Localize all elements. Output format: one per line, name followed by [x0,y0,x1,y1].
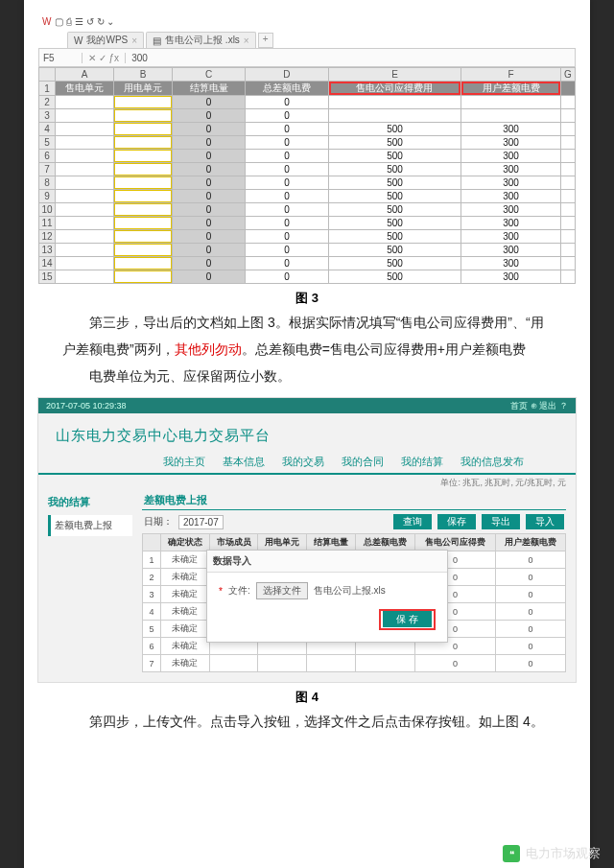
cell[interactable] [328,109,460,123]
cell[interactable]: 500 [328,163,460,176]
cell[interactable]: 0 [246,257,329,270]
cell[interactable] [561,217,576,230]
cell[interactable] [114,96,173,109]
cell[interactable] [561,270,576,284]
cell[interactable]: 500 [328,203,460,217]
cell[interactable] [561,96,576,109]
cell[interactable] [561,203,576,217]
nav-item[interactable]: 基本信息 [223,455,265,469]
cell[interactable]: 0 [246,136,329,150]
nav-item[interactable]: 我的主页 [163,455,205,469]
cell[interactable] [56,136,114,150]
close-icon[interactable]: × [131,35,137,46]
cell[interactable]: 0 [173,109,246,123]
cell[interactable] [561,176,576,190]
spreadsheet-grid[interactable]: ABCDEFG1售电单元用电单元结算电量总差额电费售电公司应得费用用户差额电费2… [38,67,576,284]
cell[interactable]: 500 [328,244,460,257]
row-number[interactable]: 6 [39,150,56,163]
dialog-save-button[interactable]: 保 存 [383,611,432,627]
cell[interactable] [561,136,576,150]
cell[interactable]: 0 [173,270,246,284]
cell[interactable] [56,190,114,203]
cell[interactable] [114,203,173,217]
cell[interactable]: 0 [246,109,329,123]
topbar-right[interactable]: 首页 ⊕ 退出 ？ [510,400,568,412]
cell[interactable]: 0 [173,190,246,203]
cell[interactable] [561,244,576,257]
row-number[interactable]: 5 [39,136,56,150]
cell[interactable]: 500 [328,123,460,136]
cell[interactable]: 300 [461,163,561,176]
cell[interactable]: 300 [461,257,561,270]
cell[interactable]: 300 [461,123,561,136]
col-letter[interactable]: E [328,68,460,82]
header-cell[interactable] [561,82,576,96]
col-letter[interactable]: A [56,68,114,82]
cell[interactable]: 0 [246,203,329,217]
cell[interactable]: 0 [173,244,246,257]
cell[interactable] [56,270,114,284]
nav-item[interactable]: 我的信息发布 [460,455,524,469]
cell[interactable] [56,217,114,230]
cell[interactable]: 0 [246,190,329,203]
cell[interactable]: 300 [461,190,561,203]
save-button[interactable]: 保存 [437,514,476,529]
row-number[interactable]: 7 [39,163,56,176]
header-cell[interactable]: 结算电量 [173,82,246,96]
nav-item[interactable]: 我的交易 [282,455,324,469]
cell[interactable] [56,109,114,123]
row-number[interactable]: 9 [39,190,56,203]
cell[interactable]: 500 [328,190,460,203]
row-number[interactable]: 11 [39,217,56,230]
cell[interactable]: 0 [246,217,329,230]
cell[interactable] [56,230,114,244]
header-cell[interactable]: 售电单元 [56,82,114,96]
cell[interactable] [561,257,576,270]
formula-value[interactable]: 300 [126,53,148,63]
nav-item[interactable]: 我的结算 [401,455,443,469]
import-button[interactable]: 导入 [526,514,564,529]
cell[interactable] [114,257,173,270]
cell[interactable] [114,230,173,244]
row-number[interactable]: 13 [39,244,56,257]
export-button[interactable]: 导出 [482,514,520,529]
cell[interactable] [114,150,173,163]
cell[interactable]: 0 [246,270,329,284]
cell[interactable]: 0 [246,123,329,136]
cell[interactable]: 500 [328,217,460,230]
col-letter[interactable]: D [246,68,329,82]
close-icon[interactable]: × [244,35,249,46]
col-letter[interactable]: C [173,68,246,82]
cell[interactable] [561,123,576,136]
cell[interactable] [114,109,173,123]
cell[interactable]: 500 [328,270,460,284]
cell[interactable]: 0 [246,244,329,257]
cell[interactable] [114,244,173,257]
cell[interactable]: 0 [173,203,246,217]
cell[interactable]: 0 [173,163,246,176]
header-cell[interactable]: 总差额电费 [246,82,329,96]
row-number[interactable]: 3 [39,109,56,123]
date-input[interactable]: 2017-07 [178,515,224,529]
header-cell[interactable]: 用户差额电费 [461,82,561,96]
header-cell[interactable]: 用电单元 [114,82,173,96]
cell[interactable]: 500 [328,136,460,150]
cell[interactable]: 500 [328,176,460,190]
cell[interactable] [561,109,576,123]
row-number[interactable]: 12 [39,230,56,244]
cell[interactable] [114,176,173,190]
cell[interactable]: 300 [461,230,561,244]
cell[interactable]: 300 [461,217,561,230]
cell[interactable]: 0 [173,257,246,270]
cell[interactable] [114,217,173,230]
cell[interactable]: 0 [173,96,246,109]
cell[interactable]: 300 [461,270,561,284]
cell-ref-box[interactable]: F5 [39,53,83,63]
cell[interactable] [56,150,114,163]
cell[interactable] [56,163,114,176]
cell[interactable] [114,136,173,150]
cell[interactable] [56,176,114,190]
cell[interactable] [56,244,114,257]
tab-add[interactable]: + [258,33,273,48]
cell[interactable]: 0 [173,230,246,244]
